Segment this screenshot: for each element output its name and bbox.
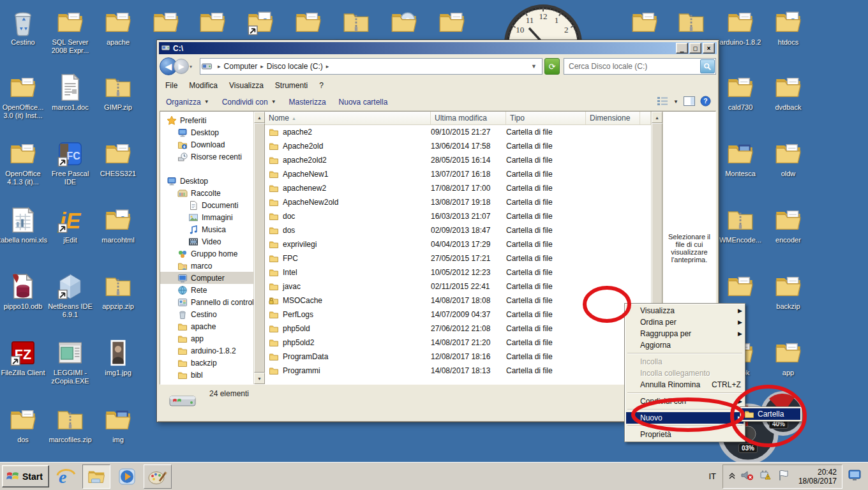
- desktop-icon-cald730[interactable]: cald730: [715, 71, 765, 112]
- file-row-doc[interactable]: doc16/03/2013 21:07Cartella di file: [265, 209, 651, 223]
- sidebar-item-apache[interactable]: apache: [160, 320, 253, 332]
- file-row-apachenew2old[interactable]: ApacheNew2old13/08/2017 19:18Cartella di…: [265, 195, 651, 209]
- desktop-icon-netbeans-ide-6-9-1[interactable]: NetBeans IDE 6.9.1: [45, 271, 95, 319]
- sidebar-item-preferiti[interactable]: Preferiti: [160, 114, 253, 126]
- sidebar-item-immagini[interactable]: Immagini: [160, 211, 253, 223]
- volume-muted-icon[interactable]: [740, 469, 754, 484]
- scrollbar-thumb[interactable]: [652, 123, 662, 316]
- file-row-intel[interactable]: Intel10/05/2012 12:23Cartella di file: [265, 265, 651, 279]
- file-row-programmi[interactable]: Programmi14/08/2017 18:13Cartella di fil…: [265, 364, 651, 378]
- sidebar-item-download[interactable]: Download: [160, 138, 253, 151]
- internet-explorer-icon[interactable]: e: [52, 465, 79, 488]
- column-header-tipo[interactable]: Tipo: [506, 112, 586, 124]
- context-menu-item-nuovo[interactable]: Nuovo▶: [626, 412, 744, 424]
- file-row-fpc[interactable]: FPC27/05/2015 17:21Cartella di file: [265, 251, 651, 265]
- desktop-icon-app[interactable]: app: [763, 337, 813, 377]
- column-header-dimensione[interactable]: Dimensione: [586, 112, 640, 124]
- context-menu-item-condividi-con[interactable]: Condividi con▶: [626, 396, 744, 407]
- menu-?[interactable]: ?: [313, 80, 329, 91]
- desktop-icon-tabella-nomi-xls[interactable]: tabella nomi.xls: [0, 204, 48, 244]
- refresh-button[interactable]: ⟳: [544, 58, 560, 75]
- sidebar-item-desktop[interactable]: Desktop: [160, 126, 253, 138]
- breadcrumb-drive[interactable]: Disco locale (C:): [267, 62, 323, 71]
- file-row-php5old[interactable]: php5old27/06/2012 21:08Cartella di file: [265, 322, 651, 336]
- desktop-icon-wmencode[interactable]: WMEncode...: [715, 204, 765, 244]
- desktop-icon-jedit[interactable]: jEjEdit: [45, 204, 95, 244]
- show-hidden-icons-chevron[interactable]: [728, 471, 736, 482]
- desktop-icon-dvdback[interactable]: dvdback: [763, 71, 813, 112]
- context-menu-item-aggiorna[interactable]: Aggiorna: [626, 339, 744, 351]
- sidebar-item-marco[interactable]: marco: [160, 260, 253, 272]
- file-row-javac[interactable]: javac02/11/2015 22:41Cartella di file: [265, 279, 651, 293]
- search-input[interactable]: Cerca Disco locale (C:): [564, 58, 716, 75]
- desktop-icon-htdocs[interactable]: ehtdocs: [763, 6, 813, 47]
- sidebar-item-musica[interactable]: Musica: [160, 223, 253, 235]
- desktop-icon-montesca[interactable]: Montesca: [715, 138, 765, 178]
- desktop-icon-img1-jpg[interactable]: img1.jpg: [93, 337, 143, 377]
- desktop-icon-filezilla-client[interactable]: FZFileZilla Client: [0, 337, 48, 377]
- history-dropdown-icon[interactable]: ▾: [190, 64, 192, 70]
- submenu-item-cartella[interactable]: Cartella: [742, 408, 800, 420]
- scrollbar-thumb[interactable]: [254, 123, 265, 373]
- menu-modifica[interactable]: Modifica: [183, 80, 223, 91]
- desktop-icon-dos[interactable]: dos: [0, 404, 48, 444]
- file-row-programdata[interactable]: ProgramData12/08/2017 18:16Cartella di f…: [265, 350, 651, 364]
- desktop-icon-appzip-zip[interactable]: appzip.zip: [93, 271, 143, 311]
- context-menu-item-annulla-rinomina[interactable]: Annulla RinominaCTRL+Z: [626, 379, 744, 390]
- desktop-icon-openoffice-4-1-3-it[interactable]: OpenOffice 4.1.3 (it)...: [0, 138, 48, 186]
- desktop-icon-pippo10-odb[interactable]: pippo10.odb: [0, 271, 48, 311]
- desktop-icon-gimp-zip[interactable]: GIMP.zip: [93, 71, 143, 112]
- column-header-ultima-modifica[interactable]: Ultima modifica: [431, 112, 506, 124]
- sidebar-item-arduino-1.8.2[interactable]: arduino-1.8.2: [160, 345, 253, 357]
- column-header-empty[interactable]: [640, 112, 651, 124]
- toolbar-condividi-con[interactable]: Condividi con▼: [216, 95, 283, 109]
- views-dropdown-icon[interactable]: ▼: [673, 99, 678, 105]
- desktop-icon-free-pascal-ide[interactable]: FCFree Pascal IDE: [45, 138, 95, 186]
- toolbar-masterizza[interactable]: Masterizza: [283, 95, 333, 109]
- file-row-apachenew2[interactable]: apachenew217/08/2017 17:00Cartella di fi…: [265, 181, 651, 195]
- views-icon[interactable]: [657, 96, 668, 107]
- preview-pane-icon[interactable]: [684, 96, 695, 108]
- sidebar-item-raccolte[interactable]: Raccolte: [160, 187, 253, 199]
- sidebar-item-gruppo-home[interactable]: Gruppo home: [160, 248, 253, 260]
- desktop-icon-arduino-1-8-2[interactable]: arduino-1.8.2: [715, 6, 765, 47]
- language-indicator[interactable]: IT: [702, 471, 722, 481]
- desktop-icon-img[interactable]: img: [93, 404, 143, 444]
- desktop-icon-leggimi-zcopia-exe[interactable]: LEGGIMI - zCopia.EXE: [45, 337, 95, 385]
- show-desktop-icon[interactable]: [842, 468, 868, 485]
- desktop-icon-encoder[interactable]: encoder: [763, 204, 813, 244]
- scroll-up-icon[interactable]: ▲: [254, 112, 265, 123]
- context-menu-item-raggruppa-per[interactable]: Raggruppa per▶: [626, 328, 744, 339]
- sidebar-item-video[interactable]: Video: [160, 235, 253, 248]
- sidebar-item-documenti[interactable]: Documenti: [160, 199, 253, 211]
- breadcrumb-computer[interactable]: Computer: [224, 62, 258, 71]
- start-button[interactable]: Start: [2, 465, 49, 487]
- context-menu-item-visualizza[interactable]: Visualizza▶: [626, 305, 744, 316]
- search-icon[interactable]: [700, 59, 715, 73]
- desktop-icon-sql-server-2008-expr[interactable]: SQL Server 2008 Expr...: [45, 6, 95, 55]
- windows-explorer-taskbar-button[interactable]: [82, 464, 110, 489]
- context-menu-item-proprietà[interactable]: Proprietà: [626, 429, 744, 440]
- file-row-msocache[interactable]: MSOCache14/08/2017 18:08Cartella di file: [265, 293, 651, 308]
- desktop-icon-chess321[interactable]: CHESS321: [93, 138, 143, 178]
- paint-taskbar-button[interactable]: [144, 464, 172, 489]
- device-warning-icon[interactable]: !: [759, 469, 773, 484]
- desktop-icon-backzip[interactable]: backzip: [763, 271, 813, 311]
- action-center-flag-icon[interactable]: [777, 469, 790, 484]
- file-row-exprivilegi[interactable]: exprivilegi04/04/2013 17:29Cartella di f…: [265, 237, 651, 251]
- file-row-apachenew1[interactable]: ApacheNew113/07/2017 16:18Cartella di fi…: [265, 167, 651, 181]
- file-row-dos[interactable]: dos02/09/2013 18:47Cartella di file: [265, 223, 651, 237]
- sidebar-item-risorse-recenti[interactable]: Risorse recenti: [160, 151, 253, 163]
- desktop-icon-cestino[interactable]: Cestino: [0, 6, 48, 47]
- sidebar-item-rete[interactable]: Rete: [160, 284, 253, 296]
- scroll-up-icon[interactable]: ▲: [652, 112, 662, 123]
- menu-visualizza[interactable]: Visualizza: [223, 80, 269, 91]
- sidebar-item-cestino[interactable]: Cestino: [160, 308, 253, 320]
- file-row-perflogs[interactable]: PerfLogs14/07/2009 04:37Cartella di file: [265, 308, 651, 322]
- desktop-icon-openoffice-3-0-it-inst[interactable]: OpenOffice... 3.0 (it) Inst...: [0, 71, 48, 120]
- sidebar-item-app[interactable]: app: [160, 332, 253, 345]
- sidebar-item-desktop[interactable]: Desktop: [160, 175, 253, 187]
- sidebar-scrollbar[interactable]: ▲ ▼: [253, 112, 265, 384]
- context-menu-item-ordina-per[interactable]: Ordina per▶: [626, 316, 744, 328]
- toolbar-nuova-cartella[interactable]: Nuova cartella: [333, 95, 394, 109]
